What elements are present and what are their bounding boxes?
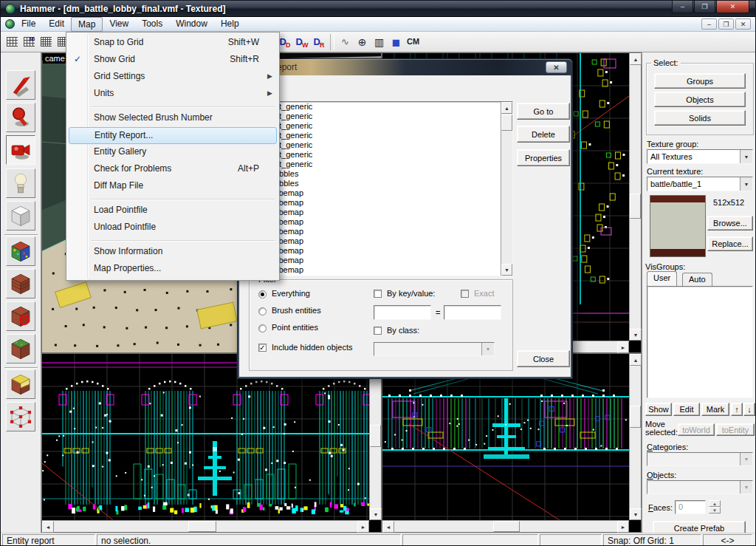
current-texture-dropdown[interactable]: battle/battle_1 ▼	[647, 177, 753, 191]
cordon-icon[interactable]: ∿	[337, 33, 354, 50]
scroll-down-icon[interactable]: ▼	[501, 264, 512, 276]
value-input[interactable]	[444, 305, 501, 320]
dialog-close-button[interactable]: Close	[517, 350, 570, 367]
menu-item-show-selected-brush-number[interactable]: Show Selected Brush Number	[67, 110, 278, 127]
menu-item-grid-settings[interactable]: Grid Settings ▶	[67, 69, 278, 86]
entity-list-item[interactable]: ambient_generic	[250, 102, 512, 112]
categories-dropdown[interactable]: ▼	[647, 452, 753, 466]
entity-list-item[interactable]: env_bubbles	[250, 179, 512, 188]
spin-down-icon[interactable]: ▼	[709, 507, 721, 513]
menu-edit[interactable]: Edit	[42, 17, 71, 32]
checkbox-by-keyvalue[interactable]	[374, 290, 382, 298]
visgroups-tab-auto[interactable]: Auto	[682, 273, 712, 286]
close-button[interactable]: ✕	[716, 1, 749, 13]
delete-button[interactable]: Delete	[517, 126, 570, 143]
scroll-up-icon[interactable]: ▲	[630, 354, 642, 366]
menu-item-entity-gallery[interactable]: Entity Gallery	[67, 144, 278, 161]
map-menu-item[interactable]	[67, 236, 278, 244]
fade-preview-icon[interactable]: ▥	[371, 33, 388, 50]
title-bar[interactable]: Hammer - [dm_battle_lobby_final.vmf - Te…	[1, 1, 755, 17]
grid-toggle-icon[interactable]	[4, 33, 21, 50]
selection-tool-button[interactable]	[6, 70, 35, 100]
menu-item-show-information[interactable]: Show Information	[67, 244, 278, 261]
scroll-left-icon[interactable]: ◄	[42, 521, 54, 533]
grid-3d-icon[interactable]: 3D	[21, 33, 38, 50]
apply-texture-tool-button[interactable]	[6, 269, 35, 298]
entity-tool-button[interactable]	[6, 168, 35, 198]
entity-list-item[interactable]: ambient_generic	[250, 112, 512, 121]
scrollbar-thumb[interactable]	[630, 406, 641, 428]
scroll-left-icon[interactable]: ◄	[382, 521, 394, 533]
menu-file[interactable]: File	[15, 17, 42, 32]
clipping-tool-button[interactable]	[6, 369, 35, 399]
visgroups-list[interactable]	[647, 286, 753, 398]
scroll-right-icon[interactable]: ►	[357, 521, 369, 533]
magnify-tool-button[interactable]	[6, 103, 35, 132]
menu-item-diff-map-file[interactable]: Diff Map File	[67, 178, 278, 195]
vertical-scrollbar[interactable]: ▲ ▼	[629, 354, 641, 520]
goto-button[interactable]: Go to	[517, 103, 570, 120]
menu-item-map-properties[interactable]: Map Properties...	[67, 261, 278, 278]
select-solids-button[interactable]: Solids	[654, 110, 746, 126]
mdi-minimize-button[interactable]: –	[701, 18, 717, 30]
entity-list-item[interactable]: ambient_generic	[250, 160, 512, 169]
visgroups-tab-user[interactable]: User	[647, 271, 677, 286]
vertical-scrollbar[interactable]: ▲ ▼	[629, 53, 641, 341]
spin-up-icon[interactable]: ▲	[709, 500, 721, 507]
block-tool-button[interactable]	[6, 201, 35, 231]
scrollbar-thumb[interactable]	[188, 521, 216, 532]
menu-item-units[interactable]: Units ▶	[67, 86, 278, 103]
apply-decals-tool-button[interactable]	[6, 301, 35, 331]
dialog-close-icon[interactable]: ✕	[546, 61, 567, 73]
dialog-title-bar[interactable]: Entity Report ✕	[238, 59, 572, 75]
checkbox-exact[interactable]	[461, 290, 469, 298]
camera-tool-button[interactable]	[6, 135, 35, 165]
entity-list-item[interactable]: ambient_generic	[250, 131, 512, 140]
to-entity-button[interactable]: toEntity	[716, 423, 755, 436]
texture-group-dropdown[interactable]: All Textures ▼	[647, 149, 753, 164]
toolbar-button[interactable]	[330, 34, 334, 50]
radio-point-entities[interactable]	[258, 324, 267, 332]
objects-dropdown[interactable]: ▼	[647, 480, 753, 494]
scroll-down-icon[interactable]: ▼	[630, 508, 642, 520]
scroll-down-icon[interactable]: ▼	[630, 329, 642, 341]
run-map-w-icon[interactable]: DW	[294, 33, 311, 50]
menu-item-unload-pointfile[interactable]: Unload Pointfile	[67, 219, 278, 236]
mdi-close-button[interactable]: ✕	[735, 18, 751, 30]
map-menu-item[interactable]	[67, 195, 278, 202]
grid-smaller-icon[interactable]	[38, 33, 55, 50]
viewport-2d-front[interactable]: ▲ ▼ ◄ ►	[41, 353, 382, 533]
key-input[interactable]	[374, 305, 431, 320]
menu-view[interactable]: View	[103, 17, 135, 32]
scroll-down-icon[interactable]: ▼	[370, 508, 382, 520]
chevron-down-icon[interactable]: ▼	[740, 150, 752, 163]
menu-tools[interactable]: Tools	[135, 17, 169, 32]
entity-list-item[interactable]: env_bubbles	[250, 169, 512, 179]
entity-list-item[interactable]: ambient_generic	[250, 121, 512, 131]
scrollbar-thumb[interactable]	[630, 194, 641, 219]
browse-button[interactable]: Browse...	[707, 216, 753, 231]
visgroup-mark-button[interactable]: Mark	[701, 403, 729, 416]
entity-list-item[interactable]: env_cubemap	[250, 208, 512, 217]
entity-list-item[interactable]: env_cubemap	[250, 256, 512, 265]
model-fade-icon[interactable]: ◼	[388, 33, 405, 50]
entity-list-item[interactable]: env_cubemap	[250, 198, 512, 208]
entity-list-item[interactable]: ambient_generic	[250, 140, 512, 150]
entity-list-scrollbar[interactable]: ▲ ▼	[501, 102, 512, 276]
entity-list-item[interactable]: ambient_generic	[250, 150, 512, 160]
menu-item-entity-report[interactable]: Entity Report...	[69, 127, 277, 144]
minimize-button[interactable]: –	[672, 1, 693, 13]
select-groups-button[interactable]: Groups	[654, 73, 746, 89]
run-map-r-icon[interactable]: DR	[311, 33, 328, 50]
visgroup-show-button[interactable]: Show	[645, 403, 672, 416]
entity-list-item[interactable]: env_cubemap	[250, 227, 512, 236]
faces-spinner[interactable]: ▲ ▼	[709, 500, 721, 513]
menu-item-check-for-problems[interactable]: Check for Problems Alt+P	[67, 161, 278, 178]
entity-list-item[interactable]: env_cubemap	[250, 217, 512, 227]
checkbox-include-hidden[interactable]: ✓	[258, 344, 267, 352]
scrollbar-thumb[interactable]	[493, 521, 520, 532]
cm-icon[interactable]: CM	[405, 33, 422, 50]
scroll-up-icon[interactable]: ▲	[501, 102, 512, 114]
move-down-icon[interactable]: ↓	[743, 403, 755, 416]
sphere-icon[interactable]: ⊕	[354, 33, 371, 50]
